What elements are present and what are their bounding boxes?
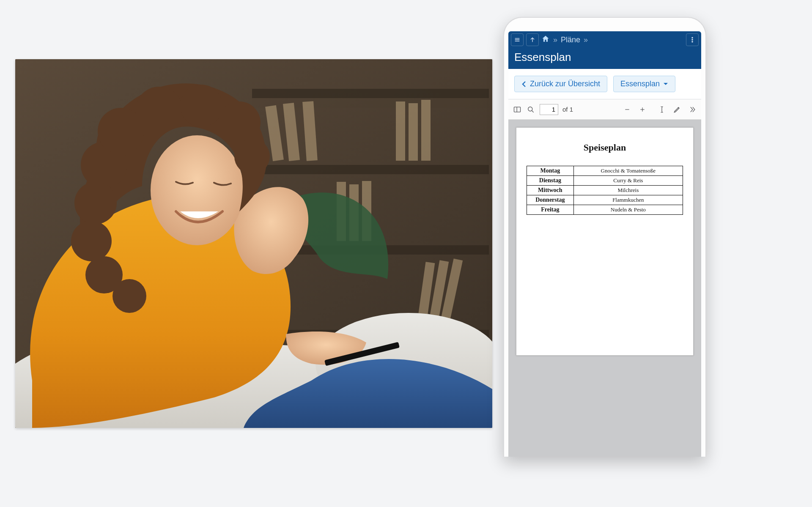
- app-header: » Pläne »: [508, 31, 701, 48]
- up-button[interactable]: [526, 33, 539, 46]
- svg-point-25: [234, 139, 270, 174]
- day-cell: Montag: [527, 166, 574, 176]
- svg-rect-10: [421, 100, 431, 161]
- svg-point-34: [692, 37, 693, 38]
- breadcrumb-sep-1: »: [553, 36, 557, 44]
- svg-point-35: [692, 39, 693, 40]
- table-row: Mittwoch Milchreis: [527, 186, 683, 195]
- svg-rect-8: [396, 101, 405, 161]
- breadcrumb-section[interactable]: Pläne: [561, 36, 580, 44]
- pdf-toolbar: of 1: [508, 99, 701, 120]
- svg-rect-9: [409, 103, 418, 161]
- chevron-left-icon: [521, 81, 527, 88]
- svg-line-40: [532, 110, 534, 112]
- back-button-label: Zurück zur Übersicht: [530, 79, 600, 88]
- svg-point-39: [528, 107, 532, 111]
- document-title: Speiseplan: [527, 142, 683, 153]
- text-cursor-icon: [658, 105, 666, 114]
- meal-cell: Milchreis: [573, 186, 683, 195]
- more-tools-button[interactable]: [688, 105, 697, 114]
- plus-icon: [639, 106, 646, 113]
- zoom-out-button[interactable]: [623, 105, 632, 114]
- table-row: Dienstag Curry & Reis: [527, 176, 683, 186]
- zoom-in-button[interactable]: [638, 105, 647, 114]
- zoom-controls: [623, 105, 647, 114]
- app-screen: » Pläne » Essensplan Zurück zur Übersich…: [508, 31, 701, 457]
- caret-down-icon: [663, 82, 668, 87]
- sidebar-toggle[interactable]: [513, 105, 522, 114]
- meal-cell: Flammkuchen: [573, 195, 683, 205]
- meal-cell: Nudeln & Pesto: [573, 205, 683, 215]
- day-cell: Donnerstag: [527, 195, 574, 205]
- device-volume-up: [503, 115, 504, 140]
- svg-point-23: [180, 85, 222, 127]
- arrow-up-icon: [529, 36, 536, 43]
- back-button[interactable]: Zurück zur Übersicht: [514, 76, 607, 92]
- pencil-icon: [673, 105, 681, 114]
- meal-cell: Gnocchi & Tomatensoße: [573, 166, 683, 176]
- menu-button[interactable]: [511, 33, 524, 46]
- svg-rect-2: [252, 165, 489, 174]
- day-cell: Mittwoch: [527, 186, 574, 195]
- home-icon[interactable]: [541, 35, 550, 45]
- day-cell: Dienstag: [527, 176, 574, 186]
- table-row: Freitag Nudeln & Pesto: [527, 205, 683, 215]
- marketing-photo: [15, 59, 492, 428]
- breadcrumb: » Pläne »: [541, 35, 683, 45]
- search-button[interactable]: [526, 105, 535, 114]
- pdf-viewport[interactable]: Speiseplan Montag Gnocchi & Tomatensoße …: [508, 120, 701, 457]
- device-frame: » Pläne » Essensplan Zurück zur Übersich…: [503, 17, 706, 457]
- svg-point-36: [692, 41, 693, 42]
- hamburger-icon: [514, 36, 521, 43]
- svg-point-29: [112, 279, 146, 313]
- table-row: Montag Gnocchi & Tomatensoße: [527, 166, 683, 176]
- plan-dropdown[interactable]: Essensplan: [613, 76, 675, 92]
- draw-button[interactable]: [672, 105, 682, 114]
- svg-rect-37: [514, 107, 521, 112]
- kebab-icon: [689, 36, 696, 43]
- page-number-input[interactable]: [540, 104, 558, 115]
- page-total: of 1: [562, 106, 573, 113]
- page-title: Essensplan: [508, 48, 701, 69]
- svg-point-27: [71, 221, 112, 261]
- overflow-button[interactable]: [686, 33, 699, 46]
- pdf-page-1: Speiseplan Montag Gnocchi & Tomatensoße …: [516, 127, 694, 356]
- minus-icon: [624, 106, 631, 113]
- chevrons-right-icon: [688, 105, 697, 114]
- svg-point-19: [151, 135, 244, 245]
- day-cell: Freitag: [527, 205, 574, 215]
- svg-point-24: [218, 101, 261, 144]
- search-icon: [527, 105, 535, 114]
- device-volume-down: [503, 145, 504, 170]
- svg-point-26: [74, 182, 117, 224]
- text-select-button[interactable]: [657, 105, 667, 114]
- breadcrumb-sep-2: »: [584, 36, 588, 44]
- sidebar-icon: [513, 105, 521, 114]
- table-row: Donnerstag Flammkuchen: [527, 195, 683, 205]
- svg-point-22: [136, 87, 182, 133]
- action-bar: Zurück zur Übersicht Essensplan: [508, 69, 701, 99]
- svg-rect-1: [252, 89, 489, 98]
- plan-dropdown-label: Essensplan: [620, 79, 660, 88]
- menu-table: Montag Gnocchi & Tomatensoße Dienstag Cu…: [527, 166, 683, 215]
- meal-cell: Curry & Reis: [573, 176, 683, 186]
